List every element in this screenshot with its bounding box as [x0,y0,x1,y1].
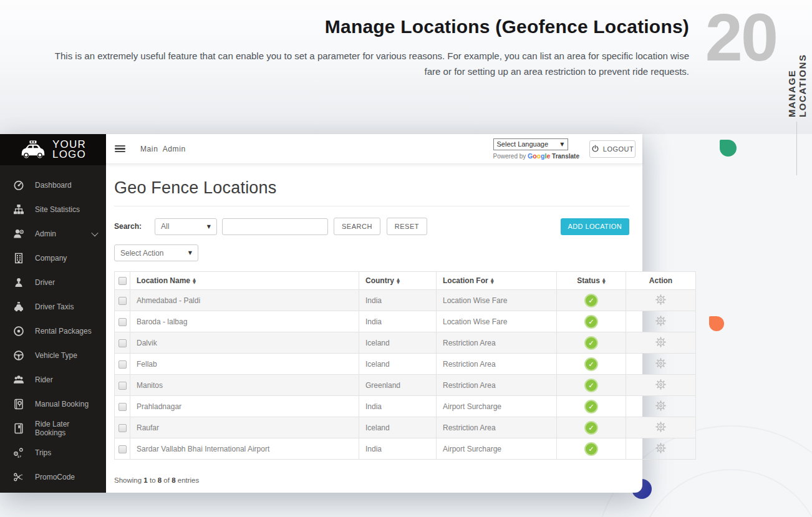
select-action-value: Select Action [120,249,163,258]
reset-button[interactable]: RESET [387,218,427,235]
select-action-dropdown[interactable]: Select Action ▼ [114,244,198,261]
add-location-button[interactable]: ADD LOCATION [561,218,630,235]
topbar: Main Admin Select Language ▼ Powered by … [106,134,642,164]
search-button[interactable]: SEARCH [334,218,380,235]
status-active-icon[interactable]: ✓ [584,294,598,307]
logout-label: LOGOUT [603,145,634,153]
sidebar-item-site-statistics[interactable]: Site Statistics [0,197,106,221]
sidebar-item-label: Trips [35,448,51,457]
status-active-icon[interactable]: ✓ [584,442,598,456]
doc-header: Manage Locations (Geofence Locations) Th… [37,16,689,79]
chapter-number: 20 [705,6,776,68]
row-checkbox[interactable] [118,297,127,305]
gear-icon[interactable] [655,400,667,412]
language-select-value: Select Language [497,140,549,148]
sort-icon: ▲▼ [397,278,400,284]
status-active-icon[interactable]: ✓ [584,400,598,413]
status-active-icon[interactable]: ✓ [584,336,598,350]
column-header-status[interactable]: Status▲▼ [557,272,626,290]
column-header-country[interactable]: Country▲▼ [359,272,437,290]
table-row: Fellab Iceland Restriction Area ✓ [115,354,696,375]
sidebar: YOUR LOGO Dashboard Site Statistics Admi… [0,134,106,493]
cell-location-for: Restriction Area [437,354,557,375]
column-header-location-name[interactable]: Location Name▲▼ [130,272,359,290]
page-title: Manage Locations (Geofence Locations) [37,16,689,37]
row-checkbox[interactable] [118,424,127,432]
search-filter-value: All [161,222,169,231]
sidebar-item-driver-taxis[interactable]: Driver Taxis [0,294,106,319]
row-checkbox[interactable] [118,403,127,411]
search-row: Search: All ▼ SEARCH RESET ADD LOCATION [114,218,629,235]
sidebar-item-ride-later-bookings[interactable]: Ride Later Bookings [0,416,106,440]
sidebar-item-label: Driver Taxis [35,302,74,311]
language-select[interactable]: Select Language ▼ [493,138,568,150]
sidebar-item-label: Vehicle Type [35,351,77,360]
table-row: Raufar Iceland Restriction Area ✓ [115,417,696,438]
table-body: Ahmedabad - Paldi India Location Wise Fa… [115,290,696,460]
table-row: Sardar Vallabh Bhai International Airpor… [115,438,696,460]
status-active-icon[interactable]: ✓ [584,357,598,371]
table-footer: Showing 1 to 8 of 8 entries [114,476,629,484]
company-icon [13,253,24,264]
action-row: Select Action ▼ [114,244,629,261]
cell-location-for: Location Wise Fare [437,290,557,311]
cell-country: India [359,396,437,417]
content-heading: Geo Fence Locations [114,178,629,198]
gear-icon[interactable] [655,294,667,306]
cell-location-for: Airport Surcharge [437,396,557,417]
sidebar-item-driver[interactable]: Driver [0,270,106,294]
cell-location-name: Ahmedabad - Paldi [130,290,359,311]
search-input[interactable] [222,218,328,235]
row-checkbox[interactable] [118,360,127,369]
gear-icon[interactable] [655,336,667,348]
gear-icon[interactable] [655,421,667,433]
cell-location-name: Raufar [130,417,359,438]
sidebar-item-rental-packages[interactable]: Rental Packages [0,319,106,343]
row-checkbox[interactable] [118,339,127,347]
search-filter-select[interactable]: All ▼ [155,218,217,235]
sidebar-item-admin[interactable]: Admin [0,221,106,246]
caret-down-icon: ▼ [188,250,192,256]
sidebar-item-trips[interactable]: Trips [0,440,106,465]
gear-icon[interactable] [655,357,667,369]
cell-location-name: Prahladnagar [130,396,359,417]
sidebar-item-manual-booking[interactable]: Manual Booking [0,392,106,416]
status-active-icon[interactable]: ✓ [584,379,598,392]
page-description: This is an extremely useful feature that… [37,48,689,79]
sidebar-item-label: Site Statistics [35,205,80,214]
cell-location-for: Airport Surcharge [437,438,557,460]
driver-taxis-icon [13,301,24,312]
status-active-icon[interactable]: ✓ [584,421,598,435]
side-label-rule [796,122,797,175]
table-row: Baroda - lalbag India Location Wise Fare… [115,311,696,332]
gear-icon[interactable] [655,315,667,327]
status-active-icon[interactable]: ✓ [584,315,598,329]
sidebar-item-dashboard[interactable]: Dashboard [0,173,106,197]
sidebar-item-company[interactable]: Company [0,246,106,270]
column-header-location-for[interactable]: Location For▲▼ [437,272,557,290]
cell-country: India [359,290,437,311]
orange-drop-shape [709,316,724,331]
cell-location-name: Sardar Vallabh Bhai International Airpor… [130,438,359,460]
sort-icon: ▲▼ [193,278,196,284]
row-checkbox[interactable] [118,382,127,390]
logout-button[interactable]: LOGOUT [589,140,636,158]
side-label: MANAGE LOCATIONS [786,15,808,117]
table-row: Manitos Greenland Restriction Area ✓ [115,375,696,396]
language-block: Select Language ▼ Powered by Google Tran… [493,138,580,160]
select-all-checkbox[interactable] [118,277,127,285]
gear-icon[interactable] [655,379,667,390]
rider-icon [13,374,24,385]
cell-location-name: Manitos [130,375,359,396]
gear-icon[interactable] [655,442,667,454]
logo[interactable]: YOUR LOGO [0,134,106,165]
cell-country: Iceland [359,354,437,375]
row-checkbox[interactable] [118,445,127,453]
vehicle-type-icon [13,350,24,361]
cell-country: Greenland [359,375,437,396]
sidebar-item-vehicle-type[interactable]: Vehicle Type [0,343,106,367]
sidebar-item-rider[interactable]: Rider [0,367,106,392]
sidebar-item-promocode[interactable]: PromoCode [0,465,106,489]
hamburger-menu-icon[interactable] [115,145,125,153]
row-checkbox[interactable] [118,318,127,326]
